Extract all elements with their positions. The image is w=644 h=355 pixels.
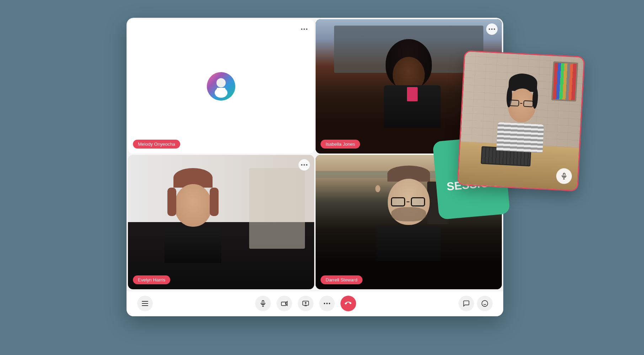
toolbar — [127, 291, 503, 316]
darrell-name-badge: Darrell Steward — [321, 275, 363, 284]
melody-more-options[interactable] — [299, 23, 310, 35]
evelyn-name-badge: Evelyn Harris — [133, 275, 170, 284]
dots-icon-3 — [301, 164, 307, 166]
isabella-name-badge: Isabella Jones — [321, 140, 360, 149]
screen-share-button[interactable] — [298, 296, 313, 311]
presenter-card — [457, 50, 585, 191]
svg-point-1 — [216, 78, 226, 87]
end-call-button[interactable] — [340, 296, 356, 311]
toolbar-right — [458, 296, 493, 311]
toolbar-center — [255, 296, 356, 311]
bookshelf — [551, 61, 578, 102]
chat-button[interactable] — [458, 296, 474, 311]
dots-icon — [301, 28, 307, 30]
isabella-name-text: Isabella Jones — [326, 141, 355, 147]
evelyn-name-text: Evelyn Harris — [138, 277, 165, 283]
melody-name-text: Melody Onyeocha — [138, 141, 175, 147]
isabella-more-options[interactable] — [486, 23, 498, 35]
svg-rect-4 — [262, 301, 264, 304]
melody-name-badge: Melody Onyeocha — [133, 140, 180, 149]
more-button[interactable] — [319, 296, 335, 311]
tile-melody: Melody Onyeocha — [128, 19, 314, 154]
svg-rect-16 — [563, 173, 565, 177]
toolbar-left — [137, 296, 153, 311]
tile-evelyn: Evelyn Harris — [128, 155, 314, 289]
svg-rect-3 — [217, 88, 225, 95]
svg-point-13 — [482, 301, 488, 307]
mic-button[interactable] — [255, 296, 271, 311]
emoji-button[interactable] — [477, 296, 493, 311]
darrell-name-text: Darrell Steward — [326, 277, 358, 283]
camera-button[interactable] — [277, 296, 292, 311]
hamburger-icon — [142, 301, 148, 306]
menu-button[interactable] — [137, 296, 153, 311]
dots-icon-2 — [489, 28, 495, 30]
main-container: Melody Onyeocha — [127, 18, 517, 338]
more-dots-icon — [324, 303, 330, 304]
melody-avatar — [207, 72, 235, 101]
evelyn-more-options[interactable] — [299, 159, 310, 171]
presenter-person — [491, 72, 552, 153]
